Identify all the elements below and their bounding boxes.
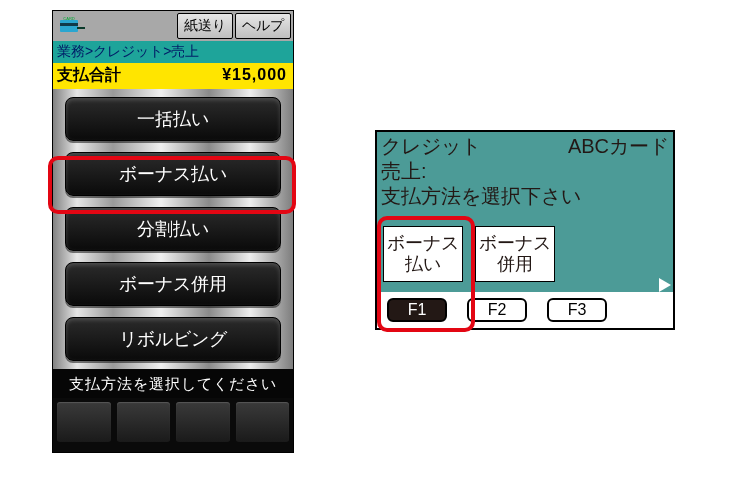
option-bonus-combo[interactable]: ボーナス併用 (65, 262, 281, 306)
fkey-f1[interactable]: F1 (387, 298, 447, 322)
payment-total-bar: 支払合計 ¥15,000 (53, 63, 293, 89)
fkey-f3[interactable]: F3 (547, 298, 607, 322)
softkey-row (53, 398, 293, 452)
option-revolving[interactable]: リボルビング (65, 317, 281, 361)
total-amount: ¥15,000 (222, 66, 287, 84)
payment-method-list: 一括払い ボーナス払い 分割払い ボーナス併用 リボルビング (53, 89, 293, 369)
fkey-row: F1 F2 F3 (377, 292, 673, 328)
sub-option-bonus-combo[interactable]: ボーナス 併用 (475, 226, 555, 282)
softkey-4[interactable] (236, 402, 290, 442)
option-lump-sum[interactable]: 一括払い (65, 97, 281, 141)
right-arrow-icon[interactable] (659, 278, 671, 292)
svg-text:CARD: CARD (63, 16, 74, 21)
svg-rect-3 (77, 27, 85, 29)
softkey-2[interactable] (117, 402, 171, 442)
sub-option-row: ボーナス 払い ボーナス 併用 (383, 226, 555, 282)
prompt-text: 支払方法を選択してください (53, 369, 293, 398)
sub-display: クレジット ABCカード 売上: 支払方法を選択下さい ボーナス 払い ボーナス… (375, 130, 675, 330)
title-bar: CARD 紙送り ヘルプ (53, 11, 293, 41)
sub-display-screen: クレジット ABCカード 売上: 支払方法を選択下さい ボーナス 払い ボーナス… (377, 132, 673, 292)
option-bonus[interactable]: ボーナス払い (65, 152, 281, 196)
softkey-1[interactable] (57, 402, 111, 442)
terminal-screen: CARD 紙送り ヘルプ 業務>クレジット>売上 支払合計 ¥15,000 一括… (52, 10, 294, 453)
breadcrumb: 業務>クレジット>売上 (53, 41, 293, 63)
option-installment[interactable]: 分割払い (65, 207, 281, 251)
help-button[interactable]: ヘルプ (235, 13, 291, 39)
sub-line-2: 売上: (381, 159, 669, 184)
sub-header-right: ABCカード (568, 134, 669, 159)
sub-header-left: クレジット (381, 134, 481, 159)
paper-feed-button[interactable]: 紙送り (177, 13, 233, 39)
sub-option-bonus[interactable]: ボーナス 払い (383, 226, 463, 282)
total-label: 支払合計 (57, 65, 121, 86)
svg-rect-1 (60, 23, 78, 26)
sub-line-3: 支払方法を選択下さい (381, 184, 669, 209)
card-icon: CARD (53, 11, 93, 41)
softkey-3[interactable] (176, 402, 230, 442)
fkey-f2[interactable]: F2 (467, 298, 527, 322)
